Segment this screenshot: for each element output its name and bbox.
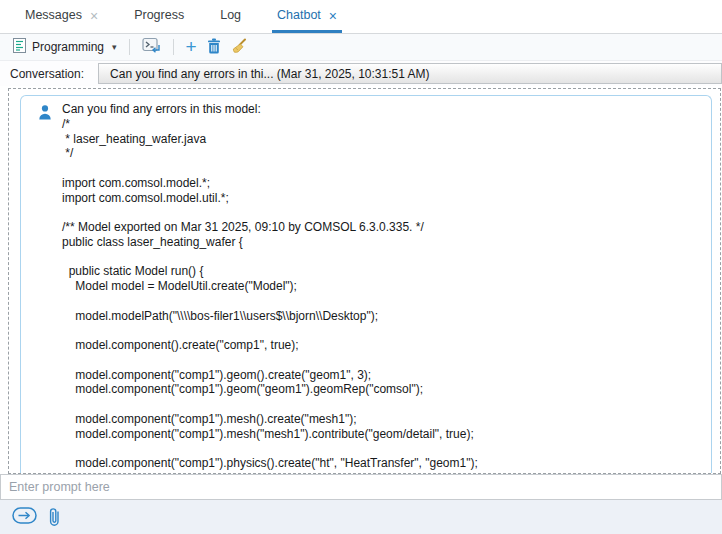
delete-conversation-button[interactable] (202, 36, 226, 59)
chat-transcript-area: Can you find any errors in this model:/*… (0, 86, 722, 474)
toolbar-separator (129, 39, 130, 55)
prompt-row (0, 474, 722, 500)
close-icon[interactable]: × (90, 9, 98, 23)
toolbar-separator (173, 39, 174, 55)
send-arrow-icon (12, 507, 37, 527)
tab-progress[interactable]: Progress (129, 0, 189, 33)
prompt-input[interactable] (0, 474, 722, 500)
chevron-down-icon: ▾ (112, 42, 117, 52)
tab-log[interactable]: Log (215, 0, 246, 33)
user-avatar-icon (37, 104, 53, 124)
conversation-selected-title: Can you find any errors in thi... (Mar 3… (110, 67, 430, 81)
message-text: Can you find any errors in this model:/*… (62, 102, 478, 471)
conversation-row: Conversation: Can you find any errors in… (0, 61, 722, 86)
tab-messages[interactable]: Messages × (20, 0, 103, 33)
send-prompt-button[interactable] (12, 507, 37, 527)
chatbot-panel: Messages × Progress Log Chatbot × Progra… (0, 0, 722, 534)
tab-label: Chatbot (277, 8, 321, 22)
tab-label: Progress (134, 8, 184, 22)
terminal-icon (142, 37, 161, 57)
close-icon[interactable]: × (329, 9, 337, 23)
paperclip-icon (48, 507, 61, 531)
programming-document-icon (13, 38, 26, 56)
conversation-label: Conversation: (10, 67, 84, 81)
bottom-action-bar (0, 500, 722, 534)
toolbar: Programming ▾ + (0, 33, 722, 61)
programming-dropdown-button[interactable]: Programming ▾ (8, 36, 122, 58)
tab-bar: Messages × Progress Log Chatbot × (0, 0, 722, 33)
attach-file-button[interactable] (48, 507, 61, 531)
tab-label: Messages (25, 8, 82, 22)
chat-transcript-border: Can you find any errors in this model:/*… (8, 88, 721, 474)
tab-chatbot[interactable]: Chatbot × (272, 0, 342, 33)
run-in-console-button[interactable] (137, 35, 166, 59)
programming-label: Programming (32, 40, 104, 54)
plus-icon: + (186, 40, 197, 54)
tab-label: Log (220, 8, 241, 22)
new-conversation-button[interactable]: + (181, 38, 202, 56)
clear-conversation-broom-button[interactable] (226, 36, 252, 59)
user-message-bubble: Can you find any errors in this model:/*… (20, 95, 712, 474)
broom-icon (231, 38, 247, 57)
trash-icon (207, 38, 221, 57)
conversation-select[interactable]: Can you find any errors in thi... (Mar 3… (98, 63, 722, 84)
